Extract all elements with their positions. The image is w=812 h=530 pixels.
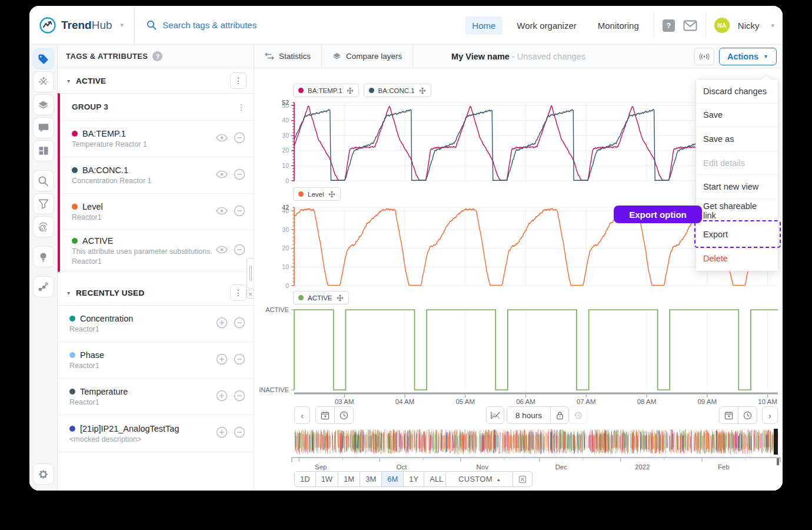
group-3-block: GROUP 3 ⋮ BA:TEMP.1 Temperature Reactor … (58, 93, 254, 272)
remove-circle-icon[interactable] (234, 390, 245, 404)
move-handle-icon[interactable] (347, 87, 354, 94)
range-1w[interactable]: 1W (315, 471, 339, 487)
menu-item-save-as[interactable]: Save as (696, 127, 778, 151)
avatar[interactable]: NA (714, 18, 730, 33)
move-handle-icon[interactable] (328, 191, 335, 198)
calendar-icon[interactable] (719, 406, 738, 424)
panel-help-icon[interactable]: ? (152, 51, 162, 61)
duration-button[interactable]: 8 hours (507, 406, 551, 424)
nav-work-organizer[interactable]: Work organizer (510, 16, 583, 35)
collapse-caret-icon[interactable]: ▾ (67, 290, 70, 296)
range-1d[interactable]: 1D (294, 471, 316, 487)
menu-item-save[interactable]: Save (696, 104, 778, 128)
tag-row-ba-temp[interactable]: BA:TEMP.1 Temperature Reactor 1 (60, 121, 254, 157)
clock-icon[interactable] (334, 406, 354, 424)
nav-monitoring[interactable]: Monitoring (591, 16, 645, 35)
overview-selection-handle[interactable] (774, 429, 778, 455)
range-1y[interactable]: 1Y (403, 471, 424, 487)
help-icon[interactable]: ? (663, 19, 675, 32)
panel-close-icon[interactable]: ✕ (247, 290, 254, 299)
actions-button[interactable]: Actions ▼ (719, 48, 777, 65)
remove-circle-icon[interactable] (234, 426, 245, 440)
remove-circle-icon[interactable] (234, 205, 245, 219)
add-circle-icon[interactable] (216, 426, 228, 440)
remove-circle-icon[interactable] (234, 317, 245, 331)
settings-gear-icon[interactable] (33, 463, 54, 485)
section-active: ▾ ACTIVE ⋮ (58, 68, 254, 93)
group-menu-icon[interactable]: ⋮ (237, 102, 245, 112)
tag-row-active[interactable]: ACTIVE This attribute uses parameter sub… (60, 230, 254, 271)
menu-item-export[interactable]: Export (696, 223, 778, 247)
recent-row-phase[interactable]: Phase Reactor1 (58, 342, 254, 379)
mail-icon[interactable] (683, 20, 697, 31)
menu-item-delete[interactable]: Delete (696, 247, 778, 271)
user-name[interactable]: Nicky (738, 21, 760, 31)
tag-row-ba-conc[interactable]: BA:CONC.1 Concentration Reactor 1 (60, 157, 254, 194)
search-input[interactable]: Search tags & attributes (147, 20, 257, 30)
remove-circle-icon[interactable] (234, 244, 245, 258)
fingerprint-icon[interactable] (33, 216, 54, 237)
history-restore-button[interactable] (569, 406, 587, 424)
group-name: GROUP 3 (72, 102, 237, 111)
tab-statistics[interactable]: Statistics (254, 45, 322, 68)
range-1m[interactable]: 1M (338, 471, 360, 487)
live-broadcast-button[interactable] (694, 48, 714, 65)
range-6m[interactable]: 6M (381, 471, 404, 487)
lock-icon[interactable] (550, 406, 569, 424)
remove-circle-icon[interactable] (234, 168, 245, 183)
app-window: TrendHub ▾ Search tags & attributes Home… (29, 6, 783, 491)
move-handle-icon[interactable] (337, 294, 344, 302)
range-3m[interactable]: 3M (360, 471, 382, 487)
recent-section-menu-button[interactable]: ⋮ (230, 284, 247, 301)
add-circle-icon[interactable] (216, 353, 228, 367)
add-circle-icon[interactable] (216, 390, 228, 404)
eye-icon[interactable] (216, 170, 228, 181)
context-graph-icon[interactable] (33, 276, 54, 297)
panel-resize-handle[interactable] (247, 258, 254, 289)
tag-row-level[interactable]: Level Reactor1 (60, 194, 254, 230)
calculations-icon[interactable] (33, 71, 54, 92)
recent-row-ip21[interactable]: [21ip]IP21_AnalogTestTag <mocked descrip… (58, 415, 254, 452)
trend-chart-digital[interactable]: ACTIVEINACTIVE03 AM04 AM05 AM06 AM07 AM0… (254, 305, 783, 406)
calendar-icon[interactable] (315, 406, 335, 424)
eye-icon[interactable] (216, 207, 228, 217)
user-chevron-down-icon[interactable]: ▾ (771, 22, 774, 29)
legend-chip-active[interactable]: ACTIVE (293, 291, 349, 304)
legend-chip-ba-conc[interactable]: BA:CONC.1 (364, 84, 431, 97)
comment-icon[interactable] (33, 117, 54, 138)
filter-icon[interactable] (33, 193, 54, 214)
collapse-caret-icon[interactable]: ▾ (67, 78, 70, 84)
dashboard-icon[interactable] (33, 140, 54, 161)
legend-chip-ba-temp[interactable]: BA:TEMP.1 (293, 84, 359, 97)
brand[interactable]: TrendHub ▾ (39, 16, 124, 34)
eye-icon[interactable] (216, 246, 228, 256)
step-forward-button[interactable]: › (762, 406, 778, 424)
custom-range-button[interactable]: CUSTOM▴ (445, 471, 513, 487)
recent-row-temperature[interactable]: Temperature Reactor1 (58, 379, 254, 415)
clock-icon[interactable] (738, 406, 757, 424)
remove-circle-icon[interactable] (234, 132, 245, 146)
layers-icon[interactable] (33, 94, 54, 115)
add-circle-icon[interactable] (216, 317, 228, 331)
tag-icon[interactable] (33, 48, 54, 69)
eye-icon[interactable] (216, 134, 228, 144)
view-title: My View name (451, 52, 510, 61)
brand-chevron-down-icon[interactable]: ▾ (121, 21, 124, 29)
move-handle-icon[interactable] (419, 87, 426, 94)
overview-strip[interactable] (294, 429, 783, 455)
remove-circle-icon[interactable] (234, 353, 245, 367)
tab-compare-layers[interactable]: Compare layers (322, 45, 413, 68)
axis-label: 42 (282, 204, 289, 211)
custom-clear-icon[interactable] (513, 471, 533, 487)
legend-chip-level[interactable]: Level (293, 187, 341, 201)
group-header[interactable]: GROUP 3 ⋮ (60, 94, 254, 121)
active-section-menu-button[interactable]: ⋮ (230, 72, 247, 89)
search-panel-icon[interactable] (33, 170, 54, 191)
bulb-icon[interactable] (33, 246, 54, 267)
menu-item-start-new-view[interactable]: Start new view (696, 175, 778, 199)
step-back-button[interactable]: ‹ (294, 406, 310, 424)
nav-home[interactable]: Home (465, 16, 502, 35)
recent-row-concentration[interactable]: Concentration Reactor1 (58, 306, 254, 342)
compare-trends-button[interactable] (486, 406, 504, 424)
menu-item-get-shareable-link[interactable]: Get shareable link (696, 199, 778, 223)
